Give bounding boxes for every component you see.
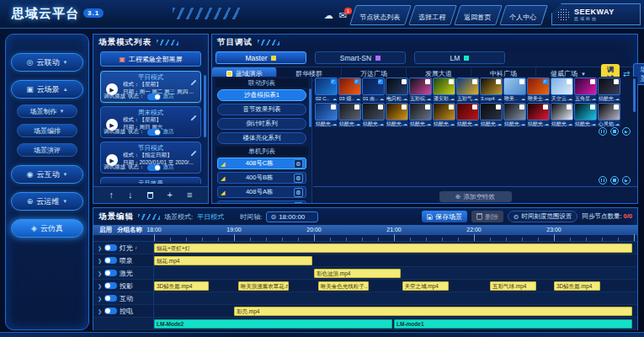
media-thumbnail[interactable]: 天空云..☁ — [551, 78, 573, 102]
scrollbar[interactable] — [633, 78, 636, 112]
cloud-status-icon[interactable]: ☁ — [324, 11, 333, 20]
thumbnail-checkbox[interactable] — [449, 79, 454, 84]
media-thumbnail[interactable]: 03 烟..☁ — [338, 78, 361, 102]
mode-card[interactable]: 节日模式▶模式：【指定日期】日期：2020/01/01 至 2020/...调试… — [100, 142, 201, 174]
machine-item[interactable]: ◢408号A栋⚙ — [217, 186, 306, 198]
track-enable-toggle[interactable] — [104, 282, 117, 289]
timeline-clip[interactable]: 天空之城.mp4 — [402, 281, 449, 291]
media-thumbnail[interactable]: 01 南..☁ — [362, 78, 385, 102]
thumbnail-checkbox[interactable] — [331, 79, 336, 84]
thumbnail-checkbox[interactable] — [519, 104, 524, 110]
linkage-item[interactable]: 音节效果列表 — [217, 104, 306, 115]
sidebar-item-云运维[interactable]: ⊕云运维▼ — [11, 192, 83, 211]
status-toggle[interactable] — [147, 129, 161, 136]
media-thumbnail[interactable]: 心灵焰..☁ — [598, 103, 620, 127]
media-thumbnail[interactable]: 炫酷光..☁ — [362, 103, 385, 127]
move-up-icon[interactable]: ↑ — [109, 190, 114, 200]
message-icon[interactable]: ✉1 — [339, 11, 347, 20]
status-toggle[interactable] — [147, 164, 161, 171]
media-thumbnail[interactable]: 炫酷光..☁ — [338, 103, 361, 127]
nav-button[interactable]: 个人中心 — [499, 5, 548, 25]
status-toggle[interactable] — [147, 94, 161, 100]
timeline-clip[interactable]: 唯美金色光线粒子... — [318, 281, 369, 291]
wrench-icon[interactable]: ⚙ — [294, 174, 303, 183]
media-thumbnail[interactable]: 炫酷光..☁ — [574, 103, 597, 127]
media-thumbnail[interactable]: 炫酷光..☁ — [503, 103, 526, 127]
thumbnail-checkbox[interactable] — [354, 79, 359, 84]
thumbnail-checkbox[interactable] — [378, 79, 383, 84]
sidebar-item-云联动[interactable]: ◎云联动▼ — [11, 53, 83, 72]
edit-icon[interactable] — [190, 145, 197, 152]
timeline-clip[interactable]: 3D鲸鱼篇.mp4 — [154, 281, 209, 291]
nav-button[interactable]: 节点状态列表 — [349, 5, 412, 25]
media-thumbnail[interactable]: 潘安彩..☁ — [433, 78, 455, 102]
nav-button[interactable]: 返回首页 — [454, 5, 503, 25]
media-thumbnail[interactable]: 电闪粒..☁ — [386, 78, 408, 102]
media-thumbnail[interactable]: 炫酷光..☁ — [409, 103, 432, 127]
thumbnail-checkbox[interactable] — [519, 79, 524, 84]
linkage-item[interactable]: 倒计时系列 — [217, 118, 306, 130]
thumbnail-checkbox[interactable] — [567, 104, 572, 110]
media-thumbnail[interactable]: 唯美..☁ — [503, 78, 526, 102]
thumbnail-checkbox[interactable] — [614, 104, 619, 110]
thumbnail-checkbox[interactable] — [590, 104, 595, 110]
timeline-clip[interactable]: 烟花+霓虹+灯 — [154, 243, 632, 253]
thumbnail-checkbox[interactable] — [543, 79, 548, 84]
thumbnail-checkbox[interactable] — [331, 104, 336, 110]
linkage-item[interactable]: 楼体亮化系列 — [217, 132, 306, 144]
thumbnail-checkbox[interactable] — [496, 104, 501, 110]
media-thumbnail[interactable]: 五彩气..☁ — [456, 78, 479, 102]
media-thumbnail[interactable]: 炫酷光..☁ — [386, 103, 408, 127]
media-thumbnail[interactable]: 炫酷光..☁ — [527, 103, 550, 127]
thumbnail-checkbox[interactable] — [472, 79, 477, 84]
delete-icon[interactable] — [147, 192, 153, 199]
thumbnail-checkbox[interactable] — [590, 79, 595, 84]
media-thumbnail[interactable]: 炫酷光..☁ — [433, 103, 455, 127]
tab-LM[interactable]: LM — [414, 51, 505, 64]
timeline-clip[interactable]: LM-Mode2 — [154, 319, 392, 329]
track-enable-toggle[interactable] — [104, 257, 117, 264]
mode-card[interactable]: 平日模式▶模式：【星期】日期：周一 周二 周三 周四 ...调试播放状态：激活 — [100, 71, 201, 103]
media-thumbnail[interactable]: 炫酷光..☁ — [456, 103, 479, 127]
sidebar-item-云仿真[interactable]: ◈云仿真 — [11, 219, 83, 238]
media-thumbnail[interactable]: 唯美全..☁ — [527, 78, 550, 102]
wrench-icon[interactable]: ⚙ — [294, 202, 303, 204]
media-thumbnail[interactable]: 五彩缤..☁ — [409, 78, 432, 102]
timeline-clip[interactable]: 彩亮.mp4 — [234, 307, 632, 316]
media-thumbnail[interactable]: 炫酷光..☁ — [480, 103, 503, 127]
timeline-clip[interactable]: 五彩气球.mp4 — [490, 281, 536, 291]
wrench-icon[interactable]: ⚙ — [294, 188, 303, 197]
expand-chevron-icon[interactable]: ❯ — [98, 258, 102, 264]
thumbnail-checkbox[interactable] — [614, 79, 619, 84]
time-range-settings-button[interactable]: ⊙ 时间刻度范围设置 — [508, 211, 577, 222]
tab-Smart-SN[interactable]: Smart-SN — [315, 51, 406, 64]
tab-Master[interactable]: Master — [216, 51, 306, 64]
sidebar-item-场景制作[interactable]: 场景制作▼ — [17, 104, 77, 118]
pause-button[interactable] — [599, 176, 607, 185]
timeline-clip[interactable]: 3D鲸鱼篇.mp4 — [554, 281, 600, 291]
sidebar-item-云场景[interactable]: ▣云场景▲ — [11, 80, 83, 99]
sidebar-item-场景编排[interactable]: 场景编排 — [17, 124, 77, 137]
thumbnail-checkbox[interactable] — [567, 79, 572, 84]
media-thumbnail[interactable]: 炫酷光..☁ — [551, 103, 573, 127]
edit-icon[interactable] — [190, 180, 197, 184]
add-effect-button[interactable]: ⊕ 添加空特效 — [439, 191, 512, 202]
expand-chevron-icon[interactable]: ❯ — [98, 270, 102, 276]
timeline-clip[interactable]: 烟花.mp4 — [154, 256, 312, 265]
sidebar-item-云互动[interactable]: ◉云互动▼ — [11, 165, 83, 184]
mode-card[interactable]: 周末模式▶模式：【星期】日期：周日 周六调试播放状态：激活 — [100, 106, 201, 138]
track-enable-toggle[interactable] — [104, 308, 117, 314]
thumbnail-checkbox[interactable] — [496, 79, 501, 84]
edit-icon[interactable] — [190, 74, 197, 81]
timeline-clip[interactable]: 彩色波浪.mp4 — [314, 269, 401, 278]
pause-button[interactable] — [599, 127, 607, 136]
thumbnail-checkbox[interactable] — [378, 104, 383, 110]
scrollbar[interactable] — [204, 75, 206, 137]
edit-icon[interactable] — [190, 110, 197, 116]
thumbnail-checkbox[interactable] — [402, 79, 407, 84]
expand-chevron-icon[interactable]: ❯ — [98, 308, 102, 314]
play-button[interactable]: ▶ — [622, 127, 631, 136]
thumbnail-checkbox[interactable] — [354, 104, 359, 110]
machine-item[interactable]: ◢408号C栋⚙ — [217, 158, 306, 169]
add-icon[interactable]: + — [168, 190, 173, 200]
